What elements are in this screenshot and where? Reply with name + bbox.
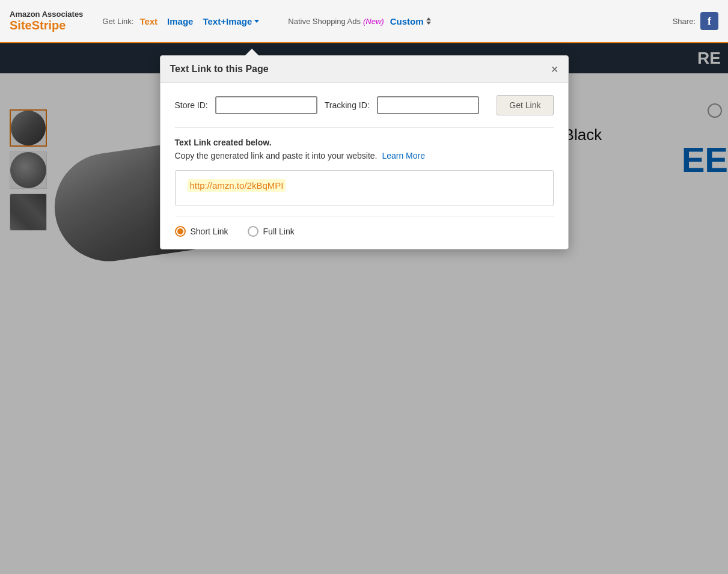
link-type-radio-group: Short Link Full Link: [175, 226, 554, 237]
native-new-badge: (New): [363, 17, 384, 26]
modal-body: Store ID: Tracking ID: Get Link Text Lin…: [161, 83, 568, 249]
get-link-button[interactable]: Get Link: [497, 95, 553, 115]
link-display-box: http://amzn.to/2kBqMPI: [175, 170, 554, 206]
amazon-associates-label: Amazon Associates: [10, 10, 83, 19]
short-link-radio[interactable]: [175, 226, 186, 237]
get-link-label: Get Link:: [102, 17, 133, 26]
image-link-button[interactable]: Image: [167, 16, 193, 26]
text-image-link-button[interactable]: Text+Image: [203, 16, 259, 26]
short-link-option[interactable]: Short Link: [175, 226, 228, 237]
store-id-input[interactable]: [215, 96, 317, 114]
modal-arrow: [245, 49, 259, 56]
modal-title: Text Link to this Page: [170, 64, 269, 75]
arrow-down-icon: [426, 22, 431, 25]
modal-overlay: Text Link to this Page × Store ID: Track…: [0, 43, 728, 574]
custom-dropdown-arrows[interactable]: [426, 17, 431, 25]
divider-2: [175, 216, 554, 216]
instruction-bold: Text Link created below.: [175, 138, 554, 147]
modal-header: Text Link to this Page ×: [161, 56, 568, 83]
tracking-id-label: Tracking ID:: [325, 100, 370, 110]
native-ads-section: Native Shopping Ads (New) Custom: [288, 16, 430, 26]
divider-1: [175, 127, 554, 128]
instruction-text: Copy the generated link and paste it int…: [175, 151, 554, 160]
short-link-label: Short Link: [191, 227, 228, 236]
get-link-section: Get Link: Text Image Text+Image: [102, 16, 269, 26]
modal-close-button[interactable]: ×: [551, 63, 558, 75]
arrow-up-icon: [426, 17, 431, 20]
generated-link[interactable]: http://amzn.to/2kBqMPI: [188, 179, 286, 192]
dropdown-arrow-icon: [254, 20, 259, 23]
share-section: Share: f: [673, 12, 718, 30]
store-id-label: Store ID:: [175, 100, 208, 110]
learn-more-link[interactable]: Learn More: [382, 151, 425, 160]
full-link-label: Full Link: [263, 227, 295, 236]
share-label: Share:: [673, 17, 696, 26]
text-link-button[interactable]: Text: [139, 16, 158, 26]
full-link-radio[interactable]: [248, 226, 258, 237]
sitestripe-bar: Amazon Associates SiteStripe Get Link: T…: [0, 0, 728, 43]
tracking-id-input[interactable]: [377, 96, 479, 114]
text-link-modal: Text Link to this Page × Store ID: Track…: [160, 55, 569, 249]
custom-link[interactable]: Custom: [390, 16, 424, 26]
fields-row: Store ID: Tracking ID: Get Link: [175, 95, 554, 115]
sitestripe-name: SiteStripe: [10, 19, 83, 32]
sitestripe-logo: Amazon Associates SiteStripe: [10, 10, 83, 32]
facebook-share-button[interactable]: f: [700, 12, 718, 30]
native-ads-label: Native Shopping Ads: [288, 17, 361, 26]
full-link-option[interactable]: Full Link: [248, 226, 295, 237]
